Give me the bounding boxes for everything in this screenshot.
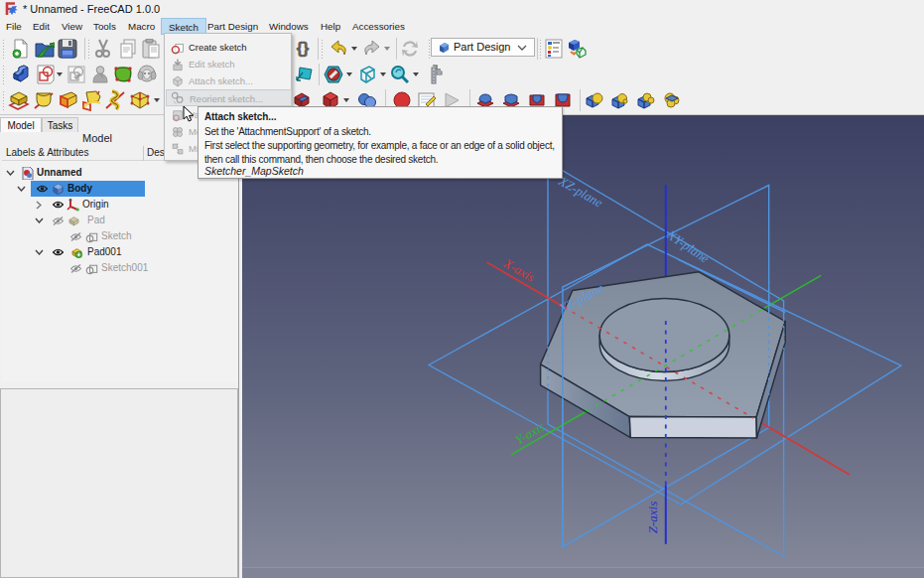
svg-text:Z-axis: Z-axis bbox=[645, 502, 660, 534]
svg-text:{}: {} bbox=[297, 40, 309, 57]
